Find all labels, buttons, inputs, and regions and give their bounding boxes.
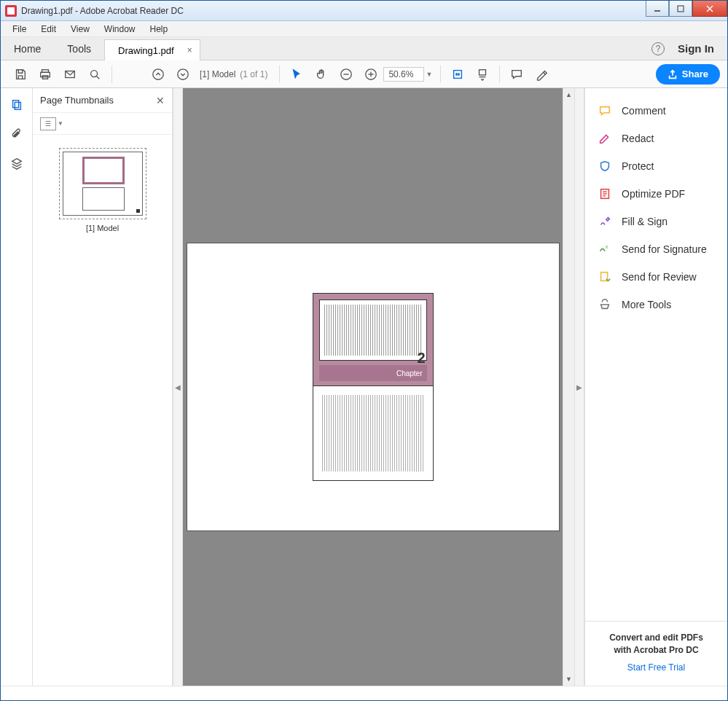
protect-tool-icon (598, 160, 611, 173)
tool-optimize[interactable]: Optimize PDF (585, 180, 727, 208)
attachments-rail-icon[interactable] (9, 126, 25, 142)
thumbnails-title: Page Thumbnails (40, 95, 156, 106)
print-icon[interactable] (33, 62, 58, 87)
svg-rect-21 (15, 102, 20, 109)
thumbnails-header: Page Thumbnails ✕ (33, 88, 172, 113)
zoom-dropdown-icon[interactable]: ▼ (426, 71, 436, 78)
tool-sendreview[interactable]: Send for Review (585, 263, 727, 291)
pointer-icon[interactable] (284, 62, 309, 87)
thumbnails-close-icon[interactable]: ✕ (156, 95, 165, 106)
tools-panel: Comment Redact Protect Optimize PDF Fill… (584, 88, 727, 686)
thumbnails-options-dropdown-icon[interactable]: ▼ (58, 120, 63, 127)
promo-footer: Convert and edit PDFs with Acrobat Pro D… (585, 621, 727, 686)
menu-file[interactable]: File (5, 23, 34, 36)
tool-label: More Tools (622, 299, 671, 310)
svg-line-9 (97, 76, 100, 79)
tool-fillsign[interactable]: Fill & Sign (585, 208, 727, 235)
sendreview-tool-icon (598, 270, 611, 283)
svg-rect-18 (480, 69, 486, 74)
thumbnails-rail-icon[interactable] (9, 97, 25, 113)
tool-label: Optimize PDF (622, 188, 685, 200)
scroll-down-icon[interactable]: ▼ (563, 673, 574, 686)
comment-tool-icon (598, 104, 611, 117)
document-area: 2 Chapter ▲ ▼ (183, 88, 574, 686)
zoom-input[interactable] (383, 67, 424, 82)
svg-point-10 (153, 68, 163, 79)
document-viewport[interactable]: 2 Chapter (183, 88, 563, 686)
tool-label: Protect (622, 160, 654, 172)
maximize-button[interactable] (669, 1, 692, 17)
vertical-scrollbar[interactable]: ▲ ▼ (563, 88, 574, 686)
sign-icon[interactable] (529, 62, 554, 87)
page-content-bottom (313, 386, 434, 481)
thumbnails-options-icon[interactable]: ☰ (40, 117, 56, 130)
minimize-button[interactable] (646, 1, 669, 17)
search-icon[interactable] (82, 62, 107, 87)
thumbnails-panel: Page Thumbnails ✕ ☰ ▼ [1] Model (33, 88, 173, 686)
right-splitter[interactable]: ▶ (574, 88, 584, 686)
zoom-out-icon[interactable] (334, 62, 359, 87)
menu-window[interactable]: Window (97, 23, 143, 36)
tool-sendsig[interactable]: x Send for Signature (585, 235, 727, 263)
app-icon (5, 5, 17, 17)
page-label: [1] Model (200, 69, 235, 79)
help-icon[interactable]: ? (651, 42, 665, 55)
svg-point-8 (91, 70, 98, 77)
svg-text:x: x (606, 244, 608, 249)
tab-close-icon[interactable]: × (187, 45, 192, 55)
sign-in-link[interactable]: Sign In (678, 42, 714, 55)
tools-list: Comment Redact Protect Optimize PDF Fill… (585, 88, 727, 327)
tool-redact[interactable]: Redact (585, 125, 727, 152)
zoom-in-icon[interactable] (359, 62, 383, 87)
thumbnail-label: [1] Model (86, 224, 119, 232)
menubar: File Edit View Window Help (1, 21, 727, 37)
app-window: Drawing1.pdf - Adobe Acrobat Reader DC F… (0, 0, 728, 701)
tab-home[interactable]: Home (1, 37, 54, 60)
svg-rect-1 (678, 6, 684, 12)
share-button[interactable]: Share (656, 64, 720, 85)
tool-label: Send for Signature (622, 243, 707, 255)
window-controls (646, 1, 727, 20)
close-button[interactable] (692, 1, 727, 17)
save-icon[interactable] (8, 62, 33, 87)
page-up-icon[interactable] (146, 62, 171, 87)
tool-comment[interactable]: Comment (585, 97, 727, 125)
tabs-row: Home Tools Drawing1.pdf × ? Sign In (1, 37, 727, 60)
tool-protect[interactable]: Protect (585, 152, 727, 180)
share-label: Share (682, 68, 708, 79)
fillsign-tool-icon (598, 215, 611, 228)
thumbnail-item[interactable] (59, 148, 146, 219)
left-rail (1, 88, 33, 686)
svg-point-11 (178, 68, 188, 79)
email-icon[interactable] (58, 62, 82, 87)
sendsig-tool-icon: x (598, 243, 611, 256)
comment-icon[interactable] (504, 62, 529, 87)
window-title: Drawing1.pdf - Adobe Acrobat Reader DC (21, 6, 646, 16)
scroll-up-icon[interactable]: ▲ (563, 88, 574, 101)
page-display-icon[interactable] (470, 62, 495, 87)
svg-rect-5 (41, 72, 50, 77)
menu-edit[interactable]: Edit (34, 23, 63, 36)
page-count: (1 of 1) (240, 69, 267, 79)
redact-tool-icon (598, 132, 611, 145)
thumbnails-tools: ☰ ▼ (33, 113, 172, 135)
menu-view[interactable]: View (63, 23, 97, 36)
tool-label: Send for Review (622, 271, 697, 283)
menu-help[interactable]: Help (143, 23, 176, 36)
promo-line2: with Acrobat Pro DC (592, 644, 720, 657)
tab-tools[interactable]: Tools (54, 37, 104, 60)
promo-cta-link[interactable]: Start Free Trial (592, 662, 720, 673)
tab-document-label: Drawing1.pdf (118, 45, 174, 56)
left-splitter[interactable]: ◀ (173, 88, 183, 686)
hand-icon[interactable] (309, 62, 334, 87)
promo-line1: Convert and edit PDFs (592, 632, 720, 644)
page-down-icon[interactable] (171, 62, 195, 87)
thumbnails-list: [1] Model (33, 135, 172, 686)
pdf-page: 2 Chapter (187, 243, 560, 531)
tab-document[interactable]: Drawing1.pdf × (104, 39, 200, 60)
tool-more[interactable]: More Tools (585, 291, 727, 318)
svg-rect-20 (12, 101, 18, 108)
layers-rail-icon[interactable] (9, 155, 25, 171)
tool-label: Comment (622, 105, 666, 117)
fit-width-icon[interactable] (445, 62, 470, 87)
